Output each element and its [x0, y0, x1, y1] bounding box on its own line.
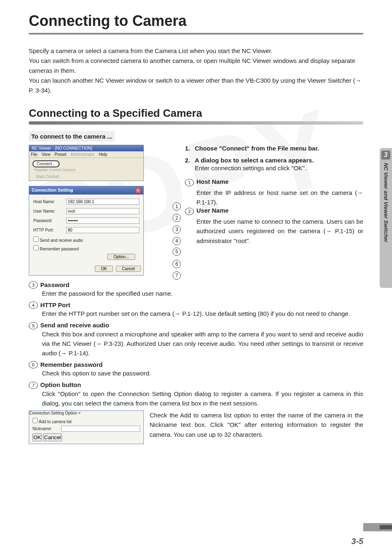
menu-item-register: Register Current Camera	[34, 168, 142, 172]
menu-file[interactable]: File	[31, 152, 37, 157]
footer-bar	[363, 523, 392, 531]
ncviewer-window: NC Viewer - [NO CONNECTION] File View Pr…	[29, 145, 144, 181]
item5-body: Check this box and connect a microphone …	[42, 329, 363, 358]
callout-5: 5	[173, 248, 181, 256]
circ-4: 4	[29, 301, 38, 309]
option-dialog-titlebar: Connection Setting Option ×	[29, 411, 143, 415]
cancel-button[interactable]: Cancel	[116, 266, 141, 272]
nickname-label: Nickname:	[32, 426, 61, 431]
section-title: Connecting to a Specified Camera	[29, 107, 363, 120]
item7-title: Option button	[40, 381, 81, 388]
title-rule	[29, 33, 363, 35]
section-rule	[29, 121, 363, 125]
intro-p1: Specify a camera or select a camera from…	[29, 46, 363, 56]
step1-text: Choose "Connect" from the File menu bar.	[195, 145, 363, 152]
item7-body: Click "Option" to open the Connection Se…	[42, 389, 363, 408]
user-input[interactable]	[66, 208, 139, 214]
password-input[interactable]	[66, 218, 139, 224]
chapter-tab: 3 NC Viewer and Viewer Switcher	[380, 148, 392, 288]
callout-2: 2	[173, 214, 181, 222]
intro-p3: You can launch another NC Viewer window …	[29, 76, 363, 95]
circ-5: 5	[29, 322, 38, 329]
step2-num: 2.	[185, 157, 195, 164]
item4-title: HTTP Port	[40, 301, 70, 308]
step2-body: Enter connection settings and click "OK"…	[195, 164, 363, 173]
circ-2: 2	[185, 208, 194, 215]
menu-view[interactable]: View	[42, 152, 51, 157]
intro-block: Specify a camera or select a camera from…	[29, 46, 363, 95]
menu-item-connect[interactable]: Connect...	[32, 160, 60, 167]
menu-preset[interactable]: Preset	[55, 152, 67, 157]
send-audio-checkbox[interactable]	[33, 236, 39, 242]
callout-3: 3	[173, 225, 181, 234]
callout-7: 7	[173, 271, 181, 280]
item6-title: Remember password	[40, 361, 103, 368]
port-label: HTTP Port:	[33, 228, 66, 232]
chapter-label: NC Viewer and Viewer Switcher	[383, 163, 389, 242]
subhead: To connect to the camera ...	[29, 131, 115, 141]
ncviewer-titlebar: NC Viewer - [NO CONNECTION]	[29, 145, 143, 151]
option-button[interactable]: Option...	[107, 254, 135, 260]
send-audio-label: Send and receive audio	[40, 238, 83, 243]
menu-item-start: Start Control	[31, 173, 142, 181]
item2-body: Enter the user name to connect to the ca…	[196, 217, 363, 246]
ok-button[interactable]: OK	[95, 266, 113, 272]
callout-1: 1	[173, 202, 181, 211]
user-label: User Name:	[33, 209, 66, 213]
callout-4: 4	[173, 237, 181, 245]
item1-title: Host Name	[196, 178, 228, 186]
host-label: Host Name:	[33, 199, 66, 204]
option-dialog-title: Connection Setting Option	[29, 411, 77, 415]
item4-body: Enter the HTTP port number set on the ca…	[42, 309, 363, 318]
host-input[interactable]	[66, 199, 139, 205]
page-title: Connecting to Camera	[29, 12, 363, 30]
item1-body: Enter the IP address or host name set on…	[196, 188, 363, 207]
callout-6: 6	[173, 260, 181, 268]
close-icon[interactable]: ×	[78, 411, 81, 415]
option-dialog: Connection Setting Option × Add to camer…	[29, 410, 144, 444]
nickname-input[interactable]	[61, 426, 140, 432]
circ-1: 1	[185, 179, 194, 186]
opt-cancel-button[interactable]: Cancel	[43, 433, 62, 441]
step1-num: 1.	[185, 145, 195, 152]
menu-admin[interactable]: Administrator	[71, 152, 95, 157]
dialog-titlebar: Connection Setting ×	[29, 186, 143, 195]
port-input[interactable]	[66, 227, 139, 233]
ncviewer-menubar: File View Preset Administrator Help	[29, 151, 143, 158]
item2-title: User Name	[196, 207, 228, 215]
circ-6: 6	[29, 361, 38, 368]
close-icon[interactable]: ×	[135, 188, 141, 193]
item6-body: Check this option to save the password.	[42, 368, 363, 378]
add-to-list-label: Add to camera list	[39, 419, 71, 424]
dialog-title: Connection Setting	[32, 188, 73, 193]
add-to-list-checkbox[interactable]	[32, 418, 38, 423]
remember-checkbox[interactable]	[33, 245, 39, 250]
chapter-number: 3	[381, 151, 390, 160]
option-text: Check the Add to camera list option to e…	[150, 410, 363, 439]
page-number: 3-5	[351, 537, 363, 546]
item3-body: Enter the password for the specified use…	[42, 289, 363, 298]
step2-text: A dialog box to select a camera appears.	[195, 157, 363, 164]
intro-p2: You can switch from a connected camera t…	[29, 56, 363, 76]
circ-7: 7	[29, 382, 38, 389]
connection-dialog: Connection Setting × Host Name: User Nam…	[29, 186, 144, 276]
circ-3: 3	[29, 281, 38, 289]
item3-title: Password	[40, 281, 69, 288]
menu-help[interactable]: Help	[99, 152, 107, 157]
item5-title: Send and receive audio	[40, 322, 109, 329]
opt-ok-button[interactable]: OK	[32, 433, 42, 441]
password-label: Password:	[33, 218, 66, 223]
remember-label: Remember password	[40, 247, 79, 251]
